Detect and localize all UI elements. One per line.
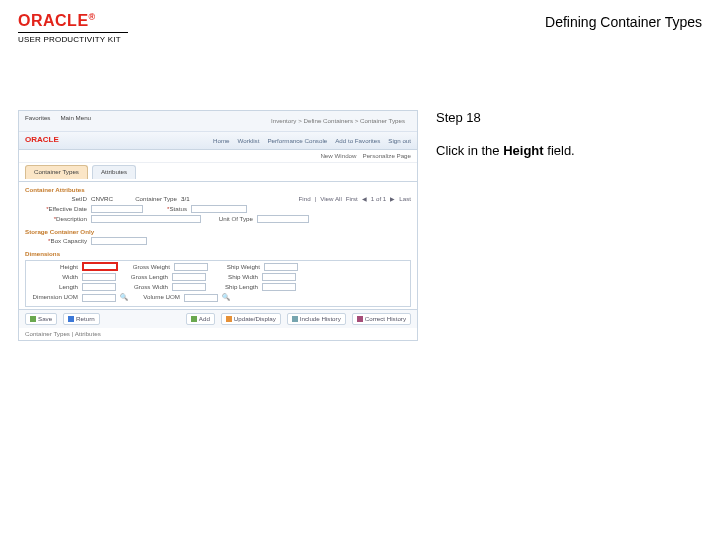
section-attributes: Container Attributes <box>19 182 417 194</box>
select-box[interactable] <box>91 237 147 245</box>
breadcrumb: Inventory > Define Containers > Containe… <box>265 114 411 128</box>
return-icon <box>68 316 74 322</box>
section-storage: Storage Container Only <box>19 224 417 236</box>
label-dimuom: Dimension UOM <box>30 293 78 301</box>
label-width: Width <box>30 273 78 281</box>
input-grossweight[interactable] <box>174 263 208 271</box>
value-type: 3/1 <box>181 195 190 203</box>
update-icon <box>226 316 232 322</box>
input-unittype[interactable] <box>257 215 309 223</box>
input-shipweight[interactable] <box>264 263 298 271</box>
label-unittype: Unit Of Type <box>205 215 253 223</box>
input-shipwidth[interactable] <box>262 273 296 281</box>
select-status[interactable] <box>191 205 247 213</box>
oracle-logo: ORACLE® <box>18 12 128 30</box>
nav-signout[interactable]: Sign out <box>388 137 411 145</box>
label-voluom: Volume UOM <box>132 293 180 301</box>
nav-perf[interactable]: Performance Console <box>267 137 327 145</box>
link-personalize[interactable]: Personalize Page <box>363 152 412 160</box>
pager-first[interactable]: First <box>346 195 358 203</box>
page-title: Defining Container Types <box>545 12 702 30</box>
input-desc[interactable] <box>91 215 201 223</box>
input-grosswidth[interactable] <box>172 283 206 291</box>
input-grosslength[interactable] <box>172 273 206 281</box>
instruction-text: Click in the Height field. <box>436 143 575 158</box>
label-length: Length <box>30 283 78 291</box>
input-voluom[interactable] <box>184 294 218 302</box>
nav-home[interactable]: Home <box>213 137 230 145</box>
label-type: Container Type <box>117 195 177 203</box>
save-icon <box>30 316 36 322</box>
status-line: Container Types | Attributes <box>19 328 417 340</box>
section-dimensions: Dimensions <box>19 246 417 258</box>
save-button[interactable]: Save <box>25 313 57 325</box>
app-oracle-logo: ORACLE <box>25 135 59 145</box>
label-effdate: Effective Date <box>25 205 87 213</box>
input-length[interactable] <box>82 283 116 291</box>
label-shipwidth: Ship Width <box>210 273 258 281</box>
menu-main[interactable]: Main Menu <box>60 114 91 128</box>
include-button[interactable]: Include History <box>287 313 346 325</box>
pager-last[interactable]: Last <box>399 195 411 203</box>
history-icon <box>292 316 298 322</box>
correct-button[interactable]: Correct History <box>352 313 411 325</box>
pager-find[interactable]: Find <box>299 195 311 203</box>
step-label: Step 18 <box>436 110 575 125</box>
input-effdate[interactable] <box>91 205 143 213</box>
nav-worklist[interactable]: Worklist <box>237 137 259 145</box>
nav-fav[interactable]: Add to Favorites <box>335 137 380 145</box>
app-screenshot: Favorites Main Menu Inventory > Define C… <box>18 110 418 340</box>
label-shipweight: Ship Weight <box>212 263 260 271</box>
label-shiplength: Ship Length <box>210 283 258 291</box>
value-setid: CNVRC <box>91 195 113 203</box>
tab-container-types[interactable]: Container Types <box>25 165 88 179</box>
return-button[interactable]: Return <box>63 313 100 325</box>
label-desc: Description <box>25 215 87 223</box>
pager-viewall[interactable]: View All <box>320 195 342 203</box>
update-button[interactable]: Update/Display <box>221 313 281 325</box>
tab-attributes[interactable]: Attributes <box>92 165 136 179</box>
lookup-icon[interactable]: 🔍 <box>222 293 230 301</box>
input-dimuom[interactable] <box>82 294 116 302</box>
input-height[interactable] <box>82 262 118 271</box>
product-name: USER PRODUCTIVITY KIT <box>18 35 128 44</box>
pager-range: 1 of 1 <box>371 195 386 203</box>
label-setid: SetID <box>25 195 87 203</box>
input-shiplength[interactable] <box>262 283 296 291</box>
label-grosswidth: Gross Width <box>120 283 168 291</box>
correct-icon <box>357 316 363 322</box>
label-grosslength: Gross Length <box>120 273 168 281</box>
label-box: Box Capacity <box>25 237 87 245</box>
plus-icon <box>191 316 197 322</box>
link-new-window[interactable]: New Window <box>320 152 356 160</box>
lookup-icon[interactable]: 🔍 <box>120 293 128 301</box>
input-width[interactable] <box>82 273 116 281</box>
menu-favorites[interactable]: Favorites <box>25 114 50 128</box>
label-grossweight: Gross Weight <box>122 263 170 271</box>
label-height: Height <box>30 263 78 271</box>
label-status: Status <box>147 205 187 213</box>
add-button[interactable]: Add <box>186 313 215 325</box>
